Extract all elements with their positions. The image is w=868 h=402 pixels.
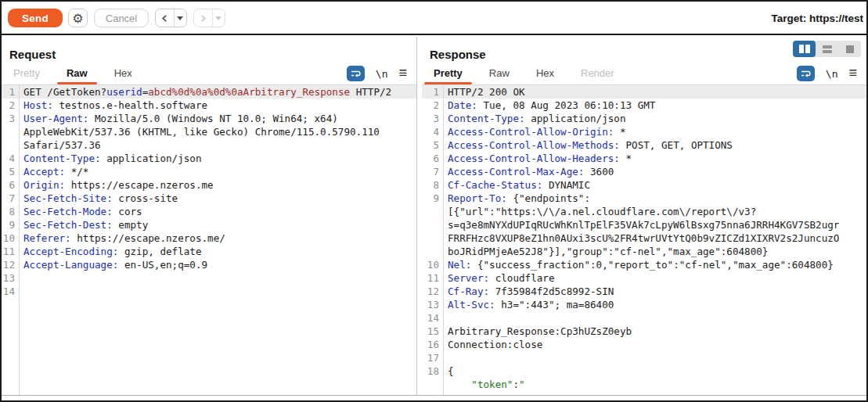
request-line[interactable]: 14 — [2, 285, 416, 298]
line-number: 10 — [2, 232, 19, 245]
line-content[interactable]: Sec-Fetch-Mode: cors — [19, 205, 416, 218]
chevron-right-icon — [199, 14, 207, 23]
line-content: Access-Control-Max-Age: 3600 — [443, 165, 866, 178]
back-button[interactable] — [156, 9, 174, 27]
request-tab-hex[interactable]: Hex — [110, 65, 136, 84]
response-tab-pretty[interactable]: Pretty — [430, 65, 466, 84]
request-line[interactable]: 7Sec-Fetch-Site: cross-site — [2, 192, 416, 205]
response-line: 14 — [422, 311, 866, 325]
line-content[interactable]: Host: testnos.e-health.software — [19, 99, 416, 112]
line-number: 13 — [2, 271, 19, 285]
line-number: 4 — [2, 152, 19, 165]
line-content[interactable]: GET /GetToken?userid=abcd%0d%0a%0d%0aArb… — [19, 85, 416, 99]
send-button[interactable]: Send — [8, 9, 63, 27]
request-tab-pretty: Pretty — [9, 65, 44, 84]
request-line[interactable]: 2Host: testnos.e-health.software — [2, 99, 416, 112]
line-number: 11 — [2, 245, 19, 258]
request-line[interactable]: 13 — [2, 271, 416, 285]
panel-bottom-divider — [2, 395, 866, 396]
line-number: 12 — [422, 285, 443, 298]
line-content[interactable]: Sec-Fetch-Site: cross-site — [19, 192, 416, 205]
line-content[interactable]: User-Agent: Mozilla/5.0 (Windows NT 10.0… — [19, 112, 416, 152]
forward-history-dropdown[interactable] — [212, 9, 225, 27]
layout-columns-button[interactable] — [793, 41, 816, 57]
editor-menu-button[interactable]: ≡ — [398, 66, 407, 81]
line-content[interactable]: Content-Type: application/json — [19, 152, 416, 165]
line-number: 16 — [422, 338, 443, 351]
word-wrap-toggle[interactable] — [797, 66, 815, 81]
request-line[interactable]: 3User-Agent: Mozilla/5.0 (Windows NT 10.… — [2, 112, 416, 152]
response-tabs: PrettyRawHexRender \n ≡ — [422, 65, 866, 85]
line-content[interactable]: Sec-Fetch-Dest: empty — [19, 218, 416, 232]
response-line: 16Connection:close — [422, 338, 866, 351]
line-number: 7 — [2, 192, 19, 205]
line-number: 6 — [2, 178, 19, 192]
line-number: 17 — [422, 351, 443, 364]
line-number: 7 — [422, 165, 443, 178]
line-content: Cf-Cache-Status: DYNAMIC — [443, 178, 866, 192]
show-nonprintable-toggle[interactable]: \n — [826, 68, 838, 80]
response-editor[interactable]: 1HTTP/2 200 OK2Date: Tue, 08 Aug 2023 06… — [422, 85, 866, 395]
gutter-divider — [19, 85, 20, 395]
settings-button[interactable]: ⚙ — [68, 9, 88, 27]
request-line[interactable]: 1GET /GetToken?userid=abcd%0d%0a%0d%0aAr… — [2, 85, 416, 99]
forward-button[interactable] — [194, 9, 212, 27]
line-number: 9 — [422, 192, 443, 258]
response-tab-raw[interactable]: Raw — [485, 65, 513, 84]
line-content[interactable]: Referer: https://escape.nzeros.me/ — [19, 232, 416, 245]
line-content[interactable]: Accept: */* — [19, 165, 416, 178]
response-line: 8Cf-Cache-Status: DYNAMIC — [422, 178, 866, 192]
line-number: 9 — [2, 218, 19, 232]
request-tab-raw[interactable]: Raw — [63, 65, 92, 84]
response-line: 9Report-To: {"endpoints":[{"url":"https:… — [422, 192, 866, 258]
line-content — [443, 311, 866, 325]
line-number: 18 — [422, 364, 443, 391]
gutter-divider — [443, 85, 444, 395]
line-content: Arbitrary_Response:Cp3hUZsZ0eyb — [443, 325, 866, 338]
line-number: 4 — [422, 125, 443, 138]
request-line[interactable]: 11Accept-Encoding: gzip, deflate — [2, 245, 416, 258]
line-content: Connection:close — [443, 338, 866, 351]
toolbar: Send ⚙ Cancel Target: https://test — [2, 2, 866, 35]
line-content[interactable]: Accept-Language: en-US,en;q=0.9 — [19, 258, 416, 271]
response-tab-render: Render — [577, 65, 618, 84]
line-content[interactable] — [19, 285, 416, 298]
line-number: 11 — [422, 271, 443, 285]
line-content: Access-Control-Allow-Methods: POST, GET,… — [443, 138, 866, 152]
response-tab-hex[interactable]: Hex — [532, 65, 558, 84]
request-editor[interactable]: 1GET /GetToken?userid=abcd%0d%0a%0d%0aAr… — [2, 85, 416, 395]
show-nonprintable-toggle[interactable]: \n — [376, 68, 388, 80]
request-line[interactable]: 6Origin: https://escape.nzeros.me — [2, 178, 416, 192]
rows-view-icon — [823, 45, 832, 53]
response-panel: Response PrettyRawHexRender \n ≡ 1HTTP/2… — [422, 37, 866, 395]
response-line: 6Access-Control-Allow-Headers: * — [422, 152, 866, 165]
layout-single-button[interactable] — [838, 41, 861, 57]
request-line[interactable]: 12Accept-Language: en-US,en;q=0.9 — [2, 258, 416, 271]
response-line: 7Access-Control-Max-Age: 3600 — [422, 165, 866, 178]
line-content: Content-Type: application/json — [443, 112, 866, 125]
line-number: 14 — [422, 311, 443, 325]
line-content[interactable]: Origin: https://escape.nzeros.me — [19, 178, 416, 192]
editor-menu-button[interactable]: ≡ — [848, 66, 857, 81]
request-line[interactable]: 4Content-Type: application/json — [2, 152, 416, 165]
layout-rows-button[interactable] — [816, 41, 838, 57]
columns-view-icon — [799, 45, 810, 53]
cancel-button[interactable]: Cancel — [94, 9, 149, 27]
word-wrap-toggle[interactable] — [347, 66, 365, 81]
line-number: 2 — [422, 99, 443, 112]
request-line[interactable]: 9Sec-Fetch-Dest: empty — [2, 218, 416, 232]
line-content: Nel: {"success_fraction":0,"report_to":"… — [443, 258, 866, 271]
back-history-dropdown[interactable] — [174, 9, 186, 27]
line-number: 8 — [422, 178, 443, 192]
request-line[interactable]: 8Sec-Fetch-Mode: cors — [2, 205, 416, 218]
line-content[interactable] — [19, 271, 416, 285]
line-content[interactable]: Accept-Encoding: gzip, deflate — [19, 245, 416, 258]
line-number: 6 — [422, 152, 443, 165]
line-content: Report-To: {"endpoints":[{"url":"https:\… — [443, 192, 866, 258]
target-label-text: Target: — [771, 13, 806, 24]
word-wrap-icon — [800, 69, 812, 79]
request-line[interactable]: 5Accept: */* — [2, 165, 416, 178]
response-line: 2Date: Tue, 08 Aug 2023 06:10:13 GMT — [422, 99, 866, 112]
request-line[interactable]: 10Referer: https://escape.nzeros.me/ — [2, 232, 416, 245]
line-content: Server: cloudflare — [443, 271, 866, 285]
